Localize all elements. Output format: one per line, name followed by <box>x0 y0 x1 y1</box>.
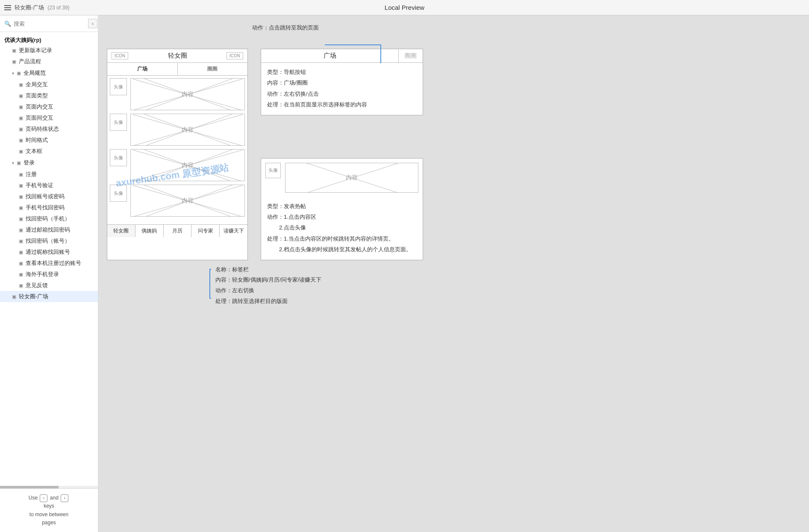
sidebar-item-label: 手机号找回密码 <box>26 204 65 212</box>
doc-icon20: ▣ <box>19 261 23 266</box>
sidebar: 🔍 ‹ › 优谈大姨妈(rp) ▣ 更新版本记录 ▣ 产品流程 ▾ ▣ <box>0 15 98 532</box>
wireframe-container: ICON 轻女圈 ICON 广场 圈圈 头像 <box>107 49 800 260</box>
post-card: 内容 <box>285 163 418 193</box>
annotation-post-box: 头像 内容 类型：发表热帖 动作：1.点击内容区 2.点击头像 处理：1.当点击… <box>261 158 423 260</box>
phone-bottom-tab-1[interactable]: 轻女圈 <box>107 225 135 237</box>
phone-list-item-4: 头像 内容 <box>110 185 245 217</box>
doc-icon11: ▣ <box>17 160 21 166</box>
search-input[interactable] <box>14 21 85 27</box>
doc-icon12: ▣ <box>19 172 23 177</box>
phone-card-4[interactable]: 内容 <box>130 185 245 217</box>
phone-header-title: 轻女圈 <box>130 52 225 60</box>
sidebar-item-label: 文本框 <box>26 147 42 155</box>
sidebar-item-special-state[interactable]: ▣ 页码特殊状态 <box>0 123 98 135</box>
keyboard-hint: Use ‹ and › keys to move between pages <box>29 494 69 527</box>
phone-card-2[interactable]: 内容 <box>130 114 245 146</box>
post-line-2: 动作：1.点击内容区 <box>267 212 417 222</box>
doc-icon4: ▣ <box>19 82 23 88</box>
prev-key-icon: ‹ <box>40 494 47 502</box>
phone-list-item-2: 头像 内容 <box>110 114 245 146</box>
phone-content: 头像 内容 头像 <box>107 76 247 223</box>
sidebar-item-label: 意见反馈 <box>26 282 48 289</box>
sidebar-item-page-inter-interact[interactable]: ▣ 页面间交互 <box>0 112 98 123</box>
phone-list-item-1: 头像 内容 <box>110 78 245 110</box>
phone-bottom-tab-3[interactable]: 月历 <box>164 225 192 237</box>
sidebar-item-global-interact[interactable]: ▣ 全局交互 <box>0 79 98 90</box>
doc-icon8: ▣ <box>19 126 23 132</box>
annotation-line-2: 内容：广场/圈圈 <box>267 78 417 88</box>
annotation-nav-sub: 圈圈 <box>398 50 423 62</box>
sidebar-item-page-type[interactable]: ▣ 页面类型 <box>0 90 98 101</box>
sidebar-item-label: 查看本机注册过的账号 <box>26 259 81 267</box>
sidebar-item-find-pwd-account[interactable]: ▣ 找回密码（账号） <box>0 235 98 247</box>
main-layout: 🔍 ‹ › 优谈大姨妈(rp) ▣ 更新版本记录 ▣ 产品流程 ▾ ▣ <box>0 15 809 532</box>
avatar-label-3: 头像 <box>114 155 123 161</box>
group-label2: 登录 <box>24 159 35 167</box>
card-label-3: 内容 <box>182 162 194 169</box>
hint-and: and <box>50 495 59 501</box>
card-label-1: 内容 <box>182 91 194 98</box>
group-main-label: 优谈大姨妈(rp) <box>4 36 41 44</box>
sidebar-item-overseas-login[interactable]: ▣ 海外手机登录 <box>0 269 98 280</box>
sidebar-tree: 优谈大姨妈(rp) ▣ 更新版本记录 ▣ 产品流程 ▾ ▣ 全局规范 ▣ 全局交… <box>0 32 98 486</box>
sidebar-item-label: 手机号验证 <box>26 182 53 189</box>
annotation-nav-tabs: 广场 圈圈 类型：导航按钮 内容：广场/圈圈 动作：左右切换/点击 处理：在当前… <box>261 49 423 115</box>
sidebar-item-feedback[interactable]: ▣ 意见反馈 <box>0 280 98 291</box>
phone-tab-square[interactable]: 广场 <box>107 63 178 75</box>
sidebar-item-phone-verify[interactable]: ▣ 手机号验证 <box>0 180 98 191</box>
sidebar-item-label: 找回账号或密码 <box>26 193 65 200</box>
tab-annot-content: 内容：轻女圈/偶姨妈/月历/问专家/读赚天下 <box>215 275 321 285</box>
sidebar-group-login[interactable]: ▾ ▣ 登录 <box>0 157 98 169</box>
hint-pages: pages <box>42 520 56 526</box>
hint-to-move: to move between <box>29 511 68 517</box>
doc-icon2: ▣ <box>12 59 16 65</box>
sidebar-item-register[interactable]: ▣ 注册 <box>0 169 98 180</box>
sidebar-item-find-pwd-phone[interactable]: ▣ 找回密码（手机） <box>0 213 98 224</box>
sidebar-item-time-format[interactable]: ▣ 时间格式 <box>0 135 98 146</box>
hamburger-icon[interactable] <box>4 5 11 10</box>
phone-tab-circle[interactable]: 圈圈 <box>178 63 248 75</box>
phone-card-1[interactable]: 内容 <box>130 78 245 110</box>
doc-icon3: ▣ <box>17 71 21 76</box>
sidebar-item-view-registered[interactable]: ▣ 查看本机注册过的账号 <box>0 258 98 269</box>
phone-header-icon-left: ICON <box>112 52 128 59</box>
doc-icon6: ▣ <box>19 104 23 110</box>
nav-prev-button[interactable]: ‹ <box>88 19 97 28</box>
post-avatar: 头像 <box>265 163 281 178</box>
top-bar: 轻女圈-广场 (23 of 39) Local Preview <box>0 0 809 15</box>
phone-bottom-tab-2[interactable]: 偶姨妈 <box>135 225 164 237</box>
phone-bottom-tab-4[interactable]: 问专家 <box>191 225 220 237</box>
post-card-label: 内容 <box>346 174 358 182</box>
doc-icon9: ▣ <box>19 138 23 143</box>
sidebar-item-update-log[interactable]: ▣ 更新版本记录 <box>0 45 98 56</box>
phone-list-item-3: 头像 内容 <box>110 149 245 181</box>
phone-tabs-bar: 广场 圈圈 <box>107 63 247 76</box>
sidebar-item-label: 找回密码（手机） <box>26 215 70 223</box>
sidebar-item-textbox[interactable]: ▣ 文本框 <box>0 146 98 157</box>
annotation-panel: 广场 圈圈 类型：导航按钮 内容：广场/圈圈 动作：左右切换/点击 处理：在当前… <box>261 49 423 260</box>
sidebar-item-label: 产品流程 <box>19 58 41 65</box>
search-icon: 🔍 <box>4 21 11 27</box>
sidebar-item-label: 找回密码（账号） <box>26 237 70 245</box>
spacer <box>261 124 423 150</box>
sidebar-item-find-account-nick[interactable]: ▣ 通过昵称找回账号 <box>0 247 98 258</box>
doc-icon17: ▣ <box>19 227 23 233</box>
post-line-1: 类型：发表热帖 <box>267 201 417 211</box>
sidebar-group-global[interactable]: ▾ ▣ 全局规范 <box>0 67 98 79</box>
doc-icon13: ▣ <box>19 183 23 188</box>
sidebar-item-product-flow[interactable]: ▣ 产品流程 <box>0 56 98 67</box>
sidebar-item-page-interact[interactable]: ▣ 页面内交互 <box>0 101 98 112</box>
doc-icon14: ▣ <box>19 194 23 200</box>
tab-annot-name: 名称：标签栏 <box>215 265 321 275</box>
page-info: (23 of 39) <box>47 5 69 11</box>
sidebar-item-phone-reset[interactable]: ▣ 手机号找回密码 <box>0 202 98 213</box>
sidebar-item-active-page[interactable]: ▣ 轻女圈-广场 <box>0 291 98 302</box>
annotation-nav-content: 类型：导航按钮 内容：广场/圈圈 动作：左右切换/点击 处理：在当前页面显示所选… <box>261 63 423 115</box>
avatar-label-1: 头像 <box>114 84 123 90</box>
phone-bottom-tab-5[interactable]: 读赚天下 <box>220 225 247 237</box>
doc-icon10: ▣ <box>19 149 23 154</box>
sidebar-item-label: 页面间交互 <box>26 114 53 122</box>
sidebar-item-find-pwd-email[interactable]: ▣ 通过邮箱找回密码 <box>0 224 98 235</box>
sidebar-item-find-account[interactable]: ▣ 找回账号或密码 <box>0 191 98 202</box>
phone-card-3[interactable]: 内容 <box>130 149 245 181</box>
